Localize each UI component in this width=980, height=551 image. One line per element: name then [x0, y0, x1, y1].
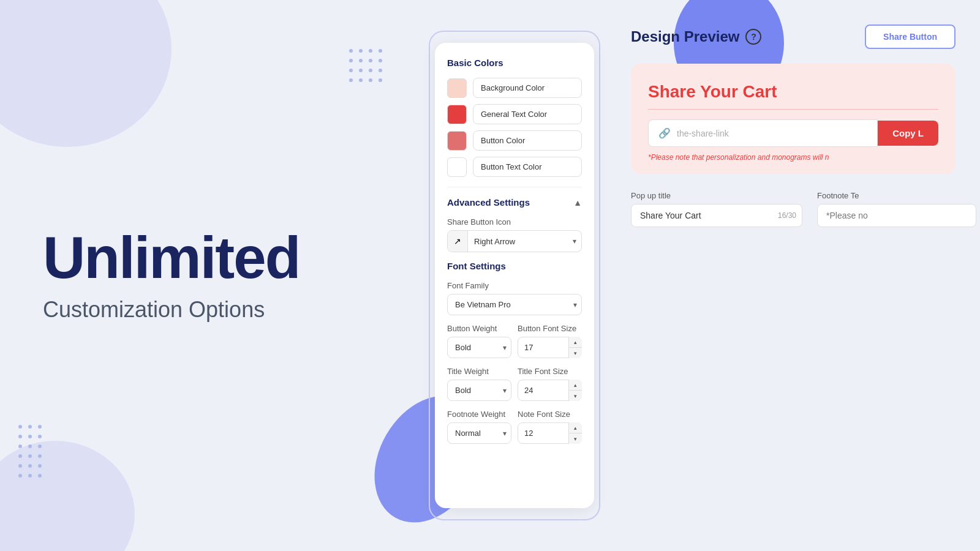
button-weight-select[interactable]: Bold Normal Light [447, 337, 511, 358]
advanced-settings-title: Advanced Settings [447, 197, 530, 208]
form-fields-row: Pop up title 16/30 Footnote Te [631, 191, 956, 227]
font-family-label: Font Family [447, 281, 582, 290]
dots-top [349, 49, 382, 82]
button-color-row: Button Color [447, 130, 582, 151]
footnote-weight-label: Footnote Weight [447, 410, 511, 419]
share-icon-prefix: ↗ [448, 231, 468, 252]
background-color-swatch[interactable] [447, 78, 467, 98]
cart-note: *Please note that personalization and mo… [648, 153, 938, 162]
title-weight-label: Title Weight [447, 367, 511, 376]
basic-colors-title: Basic Colors [447, 58, 582, 68]
button-text-color-button[interactable]: Button Text Color [473, 157, 582, 177]
button-text-color-row: Button Text Color [447, 157, 582, 177]
blob-2 [0, 441, 135, 551]
help-icon[interactable]: ? [745, 29, 761, 45]
background-color-row: Background Color [447, 78, 582, 98]
copy-button[interactable]: Copy L [878, 121, 938, 146]
divider-1 [447, 187, 582, 187]
dots-bottom-left [18, 425, 42, 478]
button-font-size-spinners: ▴ ▾ [568, 337, 582, 358]
button-font-size-group: Button Font Size ▴ ▾ [518, 324, 582, 358]
button-font-size-wrap: ▴ ▾ [518, 337, 582, 358]
title-weight-select[interactable]: Bold Normal Light [447, 380, 511, 401]
font-family-select[interactable]: Be Vietnam Pro Inter Roboto Open Sans [447, 294, 582, 315]
button-color-button[interactable]: Button Color [473, 130, 582, 151]
main-title: Unlimited [43, 228, 300, 287]
title-settings-row: Title Weight Bold Normal Light ▾ Title F… [447, 367, 582, 401]
button-text-color-swatch[interactable] [447, 157, 467, 177]
title-weight-select-wrap: Bold Normal Light ▾ [447, 380, 511, 401]
title-font-size-up[interactable]: ▴ [569, 380, 582, 391]
general-text-color-button[interactable]: General Text Color [473, 104, 582, 124]
note-font-size-wrap: ▴ ▾ [518, 422, 582, 444]
background-color-button[interactable]: Background Color [473, 78, 582, 98]
char-count: 16/30 [778, 211, 796, 220]
note-font-size-down[interactable]: ▾ [569, 433, 582, 444]
footnote-weight-select[interactable]: Normal Bold Light [447, 422, 511, 444]
footnote-label: Footnote Te [817, 191, 976, 200]
popup-title-input-wrap: 16/30 [631, 204, 802, 227]
link-icon: 🔗 [658, 127, 671, 139]
title-font-size-group: Title Font Size ▴ ▾ [518, 367, 582, 401]
blob-1 [0, 0, 172, 147]
cart-title: Share Your Cart [648, 82, 938, 102]
settings-panel: Basic Colors Background Color General Te… [435, 43, 594, 508]
share-button[interactable]: Share Button [865, 24, 956, 49]
title-font-size-wrap: ▴ ▾ [518, 380, 582, 401]
title-font-size-down[interactable]: ▾ [569, 391, 582, 401]
preview-header: Design Preview ? Share Button [631, 24, 956, 49]
left-section: Unlimited Customization Options [43, 228, 300, 323]
popup-title-label: Pop up title [631, 191, 802, 200]
note-font-size-spinners: ▴ ▾ [568, 422, 582, 444]
advanced-chevron-icon: ▲ [573, 198, 582, 208]
font-settings-title: Font Settings [447, 261, 582, 271]
cart-input-row: 🔗 the-share-link Copy L [648, 119, 938, 147]
help-icon-text: ? [751, 32, 756, 42]
cart-preview-card: Share Your Cart 🔗 the-share-link Copy L … [631, 64, 956, 174]
cart-link-input: 🔗 the-share-link [648, 119, 878, 147]
advanced-settings-header[interactable]: Advanced Settings ▲ [447, 197, 582, 208]
popup-title-group: Pop up title 16/30 [631, 191, 802, 227]
button-color-swatch[interactable] [447, 131, 467, 151]
button-weight-select-wrap: Bold Normal Light ▾ [447, 337, 511, 358]
note-font-size-up[interactable]: ▴ [569, 422, 582, 433]
footnote-group: Footnote Te [817, 191, 976, 227]
title-font-size-spinners: ▴ ▾ [568, 380, 582, 401]
general-text-color-swatch[interactable] [447, 105, 467, 124]
general-text-color-row: General Text Color [447, 104, 582, 124]
cart-link-placeholder: the-share-link [677, 129, 729, 138]
note-font-size-label: Note Font Size [518, 410, 582, 419]
cart-divider [648, 109, 938, 110]
title-font-size-label: Title Font Size [518, 367, 582, 376]
button-font-size-label: Button Font Size [518, 324, 582, 333]
popup-title-input[interactable] [631, 204, 802, 227]
button-weight-group: Button Weight Bold Normal Light ▾ [447, 324, 511, 358]
share-button-icon-select[interactable]: Right Arrow Left Arrow Share Link [468, 231, 568, 252]
icon-select-row: ↗ Right Arrow Left Arrow Share Link ▾ [447, 230, 582, 252]
font-family-select-wrap: Be Vietnam Pro Inter Roboto Open Sans ▾ [447, 294, 582, 315]
preview-section: Design Preview ? Share Button Share Your… [619, 0, 980, 551]
icon-select-chevron: ▾ [568, 231, 581, 251]
sub-title: Customization Options [43, 297, 300, 323]
panel-wrapper: Basic Colors Background Color General Te… [429, 31, 600, 520]
footnote-input[interactable] [817, 204, 976, 227]
preview-title: Design Preview [631, 28, 739, 45]
share-button-icon-label: Share Button Icon [447, 217, 582, 227]
footnote-weight-select-wrap: Normal Bold Light ▾ [447, 422, 511, 444]
footnote-settings-row: Footnote Weight Normal Bold Light ▾ Note… [447, 410, 582, 444]
title-weight-group: Title Weight Bold Normal Light ▾ [447, 367, 511, 401]
footnote-weight-group: Footnote Weight Normal Bold Light ▾ [447, 410, 511, 444]
button-weight-label: Button Weight [447, 324, 511, 333]
note-font-size-group: Note Font Size ▴ ▾ [518, 410, 582, 444]
preview-title-wrap: Design Preview ? [631, 28, 761, 45]
button-font-size-down[interactable]: ▾ [569, 348, 582, 358]
button-settings-row: Button Weight Bold Normal Light ▾ Button… [447, 324, 582, 358]
button-font-size-up[interactable]: ▴ [569, 337, 582, 348]
